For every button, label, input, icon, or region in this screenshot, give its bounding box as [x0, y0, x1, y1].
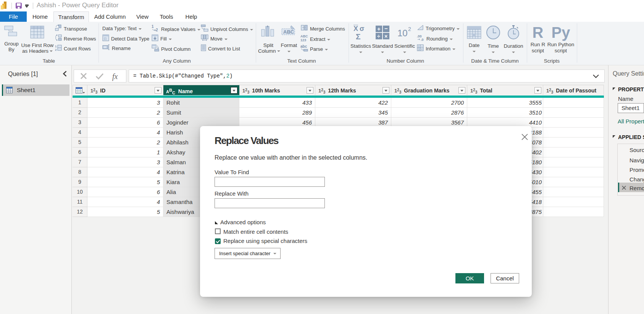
- svg-text:3: 3: [418, 48, 420, 51]
- svg-text:ABC: ABC: [300, 34, 308, 38]
- svg-text:+: +: [377, 26, 381, 32]
- svg-text:1: 1: [55, 45, 57, 48]
- svg-text:.0: .0: [421, 38, 424, 41]
- svg-text:2: 2: [55, 48, 57, 51]
- svg-text:fx: fx: [112, 72, 118, 81]
- svg-text:σ: σ: [360, 25, 364, 32]
- svg-text:ABC: ABC: [283, 29, 294, 35]
- svg-text:−: −: [384, 25, 388, 32]
- svg-text:abc: abc: [300, 44, 307, 49]
- svg-text:123: 123: [300, 38, 306, 42]
- svg-text:Σ: Σ: [356, 32, 361, 40]
- svg-text:1: 1: [152, 24, 154, 29]
- svg-text:×: ×: [384, 33, 387, 39]
- svg-text:+: +: [421, 48, 423, 51]
- svg-text:2: 2: [408, 26, 411, 32]
- svg-text:−: −: [421, 45, 423, 48]
- svg-text:1: 1: [418, 45, 420, 48]
- svg-text:X: X: [353, 25, 358, 32]
- svg-text:10: 10: [397, 28, 408, 38]
- svg-text:÷: ÷: [377, 33, 380, 39]
- svg-text:?: ?: [104, 37, 106, 41]
- svg-text:2: 2: [156, 28, 158, 32]
